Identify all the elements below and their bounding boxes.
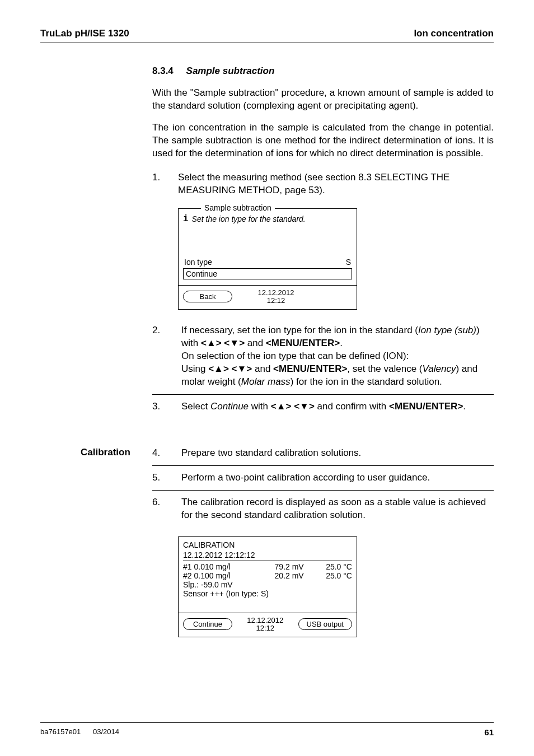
section-title: Sample subtraction — [186, 66, 275, 76]
step-6-num: 6. — [152, 490, 181, 527]
page-footer: ba76157e01 03/2014 61 — [40, 722, 494, 737]
footer-date: 03/2014 — [93, 727, 119, 736]
c1m: 79.2 mV — [255, 562, 303, 571]
step-1: 1. Select the measuring method (see sect… — [152, 169, 494, 199]
device-hint: i Set the ion type for the standard. — [183, 214, 352, 223]
calib-timestamp-header: 12.12.2012 12:12:12 — [183, 550, 352, 561]
c2l: #2 0.100 mg/l — [183, 571, 255, 580]
s3a: Select — [181, 401, 210, 412]
s2l2: On selection of the ion type that can be… — [181, 351, 409, 361]
calib-row-2: #2 0.100 mg/l 20.2 mV 25.0 °C — [183, 571, 352, 580]
device-date: 12.12.2012 — [239, 289, 313, 297]
step-5-text: Perform a two-point calibration accordin… — [181, 465, 494, 490]
step-1-text: Select the measuring method (see section… — [178, 169, 494, 199]
s2k3: <▲> <▼> — [208, 363, 252, 374]
s2i2: Valency — [423, 363, 456, 374]
s3dot: . — [463, 401, 466, 412]
device-screen-sample-subtraction: Sample subtraction i Set the ion type fo… — [178, 208, 357, 310]
ion-type-value: S — [346, 258, 351, 267]
softkey-usb-output[interactable]: USB output — [298, 618, 353, 630]
calib-sensor: Sensor +++ (Ion type: S) — [183, 589, 352, 598]
step-1-num: 1. — [152, 169, 178, 199]
ion-type-label: Ion type — [184, 258, 212, 267]
s2l3d: ) for the ion in the standard solution. — [291, 376, 442, 387]
step-4-text: Prepare two standard calibration solutio… — [181, 441, 494, 465]
s2and1: and — [245, 338, 266, 348]
step-3-text: Select Continue with <▲> <▼> and confirm… — [181, 394, 494, 418]
s3b: with — [249, 401, 271, 412]
device-legend: Sample subtraction — [201, 203, 275, 212]
footer-doc-id: ba76157e01 — [40, 727, 81, 736]
step-1-text-a: Select the measuring method (see section… — [178, 172, 381, 183]
s2and2: and — [252, 363, 273, 374]
s3c: and confirm with — [315, 401, 389, 412]
page-number: 61 — [484, 727, 494, 737]
info-icon: i — [183, 214, 189, 223]
paragraph-2: The ion concentration in the sample is c… — [152, 122, 494, 160]
step-1-text-b: , page 53). — [279, 185, 325, 195]
paragraph-1: With the "Sample subtraction" procedure,… — [152, 87, 494, 113]
calibration-label: Calibration — [81, 447, 130, 458]
device-timestamp: 12.12.2012 12:12 — [239, 289, 313, 305]
section-heading: 8.3.4 Sample subtraction — [152, 66, 494, 77]
c1r: 25.0 °C — [304, 562, 352, 571]
header-right: Ion concentration — [414, 28, 494, 39]
device2-date: 12.12.2012 — [239, 617, 292, 624]
c2m: 20.2 mV — [255, 571, 303, 580]
step-2-num: 2. — [152, 319, 181, 394]
calib-slope: Slp.: -59.0 mV — [183, 580, 352, 589]
device-time: 12:12 — [239, 297, 313, 305]
softkey-back[interactable]: Back — [183, 291, 232, 302]
step-4-num: 4. — [152, 441, 181, 465]
s2l3b: , set the valence ( — [347, 363, 422, 374]
step-5-num: 5. — [152, 465, 181, 490]
calib-row-1: #1 0.010 mg/l 79.2 mV 25.0 °C — [183, 562, 352, 571]
legend-tick — [179, 208, 195, 209]
device-screen-calibration: CALIBRATION 12.12.2012 12:12:12 #1 0.010… — [178, 536, 357, 638]
device2-time: 12:12 — [239, 624, 292, 632]
device-hint-text: Set the ion type for the standard. — [192, 214, 306, 223]
s2dot1: . — [340, 338, 343, 348]
header-left: TruLab pH/ISE 1320 — [40, 28, 129, 39]
steps-2-3: 2. If necessary, set the ion type for th… — [152, 319, 494, 419]
s2i1: Ion type (sub) — [418, 325, 476, 335]
s3i: Continue — [210, 401, 249, 412]
step-2-text: If necessary, set the ion type for the i… — [181, 319, 494, 394]
s2i3: Molar mass — [241, 376, 291, 387]
s2l3a: Using — [181, 363, 208, 374]
s2a: If necessary, set the ion type for the i… — [181, 325, 418, 335]
s3k2: <MENU/ENTER> — [389, 401, 463, 412]
s3k1: <▲> <▼> — [271, 401, 315, 412]
s2k4: <MENU/ENTER> — [273, 363, 347, 374]
device-row-ion-type: Ion type S — [183, 257, 352, 267]
softkey-continue[interactable]: Continue — [183, 618, 232, 630]
s2k1: <▲> <▼> — [201, 338, 245, 348]
c2r: 25.0 °C — [304, 571, 352, 580]
s2k2: <MENU/ENTER> — [266, 338, 340, 348]
step-3-num: 3. — [152, 394, 181, 418]
calibration-steps: 4. Prepare two standard calibration solu… — [152, 441, 494, 528]
step-6-text: The calibration record is displayed as s… — [181, 490, 494, 527]
calib-legend: CALIBRATION — [183, 540, 352, 549]
header-rule — [40, 43, 494, 43]
device2-timestamp: 12.12.2012 12:12 — [239, 617, 292, 633]
c1l: #1 0.010 mg/l — [183, 562, 255, 571]
device-selected-continue[interactable]: Continue — [183, 268, 352, 279]
section-number: 8.3.4 — [152, 66, 174, 76]
